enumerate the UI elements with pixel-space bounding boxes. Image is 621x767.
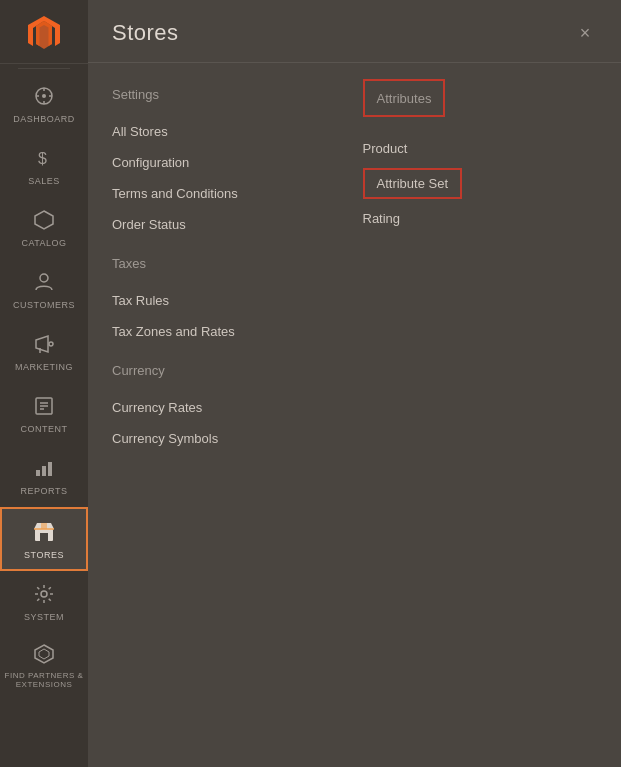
svg-marker-10	[35, 211, 53, 229]
extensions-icon	[33, 643, 55, 668]
svg-text:$: $	[38, 150, 47, 167]
currency-section: Currency Currency Rates Currency Symbols	[112, 363, 339, 454]
svg-point-11	[40, 274, 48, 282]
left-column: Settings All Stores Configuration Terms …	[112, 79, 355, 454]
reports-icon	[33, 457, 55, 482]
terms-conditions-link[interactable]: Terms and Conditions	[112, 178, 339, 209]
sidebar-item-marketing[interactable]: MARKETING	[0, 321, 88, 383]
sidebar-label-content: CONTENT	[21, 424, 68, 435]
panel-title: Stores	[112, 20, 179, 46]
sidebar-divider	[18, 68, 71, 69]
sidebar-item-stores[interactable]: STORES	[0, 507, 88, 571]
svg-point-4	[42, 94, 46, 98]
content-icon	[33, 395, 55, 420]
sidebar-label-sales: SALES	[28, 176, 60, 187]
svg-marker-27	[35, 645, 53, 663]
order-status-link[interactable]: Order Status	[112, 209, 339, 240]
svg-rect-19	[36, 470, 40, 476]
currency-rates-link[interactable]: Currency Rates	[112, 392, 339, 423]
svg-point-26	[41, 591, 47, 597]
svg-point-13	[49, 342, 53, 346]
sidebar-item-content[interactable]: CONTENT	[0, 383, 88, 445]
sidebar-item-sales[interactable]: $ SALES	[0, 135, 88, 197]
attributes-heading: Attributes	[377, 91, 432, 106]
panel-content: Settings All Stores Configuration Terms …	[88, 63, 621, 470]
system-icon	[33, 583, 55, 608]
stores-icon	[32, 519, 56, 546]
sidebar-item-dashboard[interactable]: DASHBOARD	[0, 73, 88, 135]
sidebar-label-catalog: CATALOG	[21, 238, 66, 249]
svg-rect-23	[40, 533, 48, 541]
customers-icon	[33, 271, 55, 296]
svg-rect-25	[41, 523, 47, 529]
sidebar-label-reports: REPORTS	[21, 486, 68, 497]
tax-zones-link[interactable]: Tax Zones and Rates	[112, 316, 339, 347]
taxes-heading: Taxes	[112, 256, 339, 271]
sidebar: DASHBOARD $ SALES CATALOG CUSTOMERS	[0, 0, 88, 767]
configuration-link[interactable]: Configuration	[112, 147, 339, 178]
stores-panel: Stores × Settings All Stores Configurati…	[88, 0, 621, 767]
right-column: Attributes Product Attribute Set Rating	[355, 79, 598, 454]
catalog-icon	[33, 209, 55, 234]
logo[interactable]	[0, 0, 88, 64]
magento-logo-icon	[25, 13, 63, 51]
sidebar-label-system: SYSTEM	[24, 612, 64, 623]
svg-marker-12	[36, 336, 48, 352]
marketing-icon	[33, 333, 55, 358]
attributes-heading-box: Attributes	[363, 79, 446, 117]
sidebar-label-dashboard: DASHBOARD	[13, 114, 75, 125]
rating-link[interactable]: Rating	[363, 203, 582, 234]
dashboard-icon	[33, 85, 55, 110]
currency-heading: Currency	[112, 363, 339, 378]
sidebar-item-system[interactable]: SYSTEM	[0, 571, 88, 633]
sidebar-item-customers[interactable]: CUSTOMERS	[0, 259, 88, 321]
sidebar-item-catalog[interactable]: CATALOG	[0, 197, 88, 259]
product-link[interactable]: Product	[363, 133, 582, 164]
sidebar-label-marketing: MARKETING	[15, 362, 73, 373]
attribute-set-box: Attribute Set	[363, 168, 463, 199]
attributes-section: Attributes	[363, 79, 582, 125]
tax-rules-link[interactable]: Tax Rules	[112, 285, 339, 316]
sidebar-label-stores: STORES	[24, 550, 64, 561]
svg-rect-21	[48, 462, 52, 476]
currency-symbols-link[interactable]: Currency Symbols	[112, 423, 339, 454]
sales-icon: $	[33, 147, 55, 172]
all-stores-link[interactable]: All Stores	[112, 116, 339, 147]
settings-section: Settings All Stores Configuration Terms …	[112, 87, 339, 240]
svg-rect-20	[42, 466, 46, 476]
panel-header: Stores ×	[88, 0, 621, 63]
settings-heading: Settings	[112, 87, 339, 102]
sidebar-item-reports[interactable]: REPORTS	[0, 445, 88, 507]
sidebar-label-customers: CUSTOMERS	[13, 300, 75, 311]
attribute-set-link[interactable]: Attribute Set	[377, 176, 449, 191]
sidebar-item-extensions[interactable]: FIND PARTNERS & EXTENSIONS	[0, 633, 88, 698]
close-button[interactable]: ×	[573, 21, 597, 45]
sidebar-label-extensions: FIND PARTNERS & EXTENSIONS	[4, 672, 84, 690]
taxes-section: Taxes Tax Rules Tax Zones and Rates	[112, 256, 339, 347]
svg-marker-28	[39, 649, 49, 659]
